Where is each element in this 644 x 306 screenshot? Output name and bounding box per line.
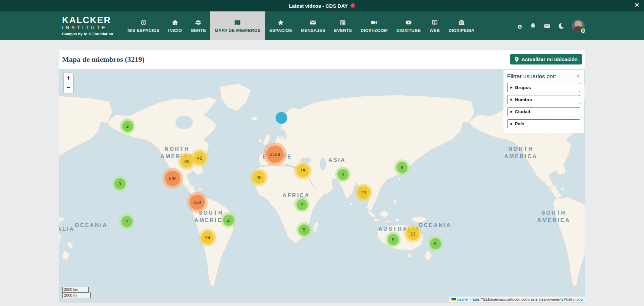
cluster-count: 159 [190, 194, 205, 210]
filter-grupos[interactable]: Grupos [507, 83, 580, 92]
filter-panel: Filtrar usuarios por: ✕ Grupos Nombre Ci… [503, 70, 584, 133]
blue-location-marker[interactable] [276, 112, 287, 124]
nav-label: INICIO [168, 28, 182, 33]
translate-icon[interactable] [516, 23, 522, 29]
map-zoom-control: + − [63, 73, 74, 93]
caret-right-icon [511, 86, 513, 89]
nav-label: WEB [429, 28, 440, 33]
leaflet-link[interactable]: Leaflet [457, 297, 468, 301]
cluster-count: 2 [122, 121, 133, 132]
cluster-count: 2 [121, 216, 132, 227]
members-map[interactable]: NORTH AMERICAEUROPEASIAAFRICASOUTH AMERI… [59, 69, 585, 302]
cluster-count: 23 [357, 186, 370, 199]
cluster-count: 94 [201, 231, 214, 244]
nav-label: DIOXIPEDIA [448, 28, 474, 33]
zoom-in-button[interactable]: + [64, 73, 73, 83]
announcement-banner: Latest videos - CDS DAY ✕ [0, 0, 644, 11]
nav-mensajes[interactable]: MENSAJES [297, 11, 330, 40]
attribution-text: | https://{s}.basemaps.cartocdn.com/rast… [470, 297, 583, 301]
cluster-marker[interactable]: 3 [112, 176, 127, 191]
cluster-count: 40 [253, 171, 265, 184]
cluster-marker[interactable]: 8 [394, 160, 410, 175]
nav-mis-espacios[interactable]: MIS ESPACIOS [123, 11, 164, 40]
envelope-icon [310, 19, 316, 26]
nav-mapa-de-miembros[interactable]: MAPA DE MIEMBROS [210, 11, 265, 40]
nav-dioxi-zoom[interactable]: DIOXI-ZOOM [356, 11, 392, 40]
cluster-count: 4 [337, 169, 348, 180]
filter-ciudad[interactable]: Ciudad [507, 107, 580, 116]
cluster-marker[interactable]: 15 [294, 162, 312, 179]
update-location-button[interactable]: Actualizar mi ubicación [510, 54, 582, 64]
zoom-out-button[interactable]: − [64, 83, 73, 93]
cluster-marker[interactable]: 42 [191, 149, 208, 167]
cluster-marker[interactable]: 40 [250, 169, 268, 186]
cluster-marker[interactable]: 562 [162, 168, 183, 189]
mail-icon[interactable] [544, 23, 550, 29]
star-icon [277, 19, 284, 26]
members-map-card: Mapa de miembros (3219) Actualizar mi ub… [59, 50, 585, 302]
map-attribution: Leaflet | https://{s}.basemaps.cartocdn.… [449, 297, 585, 302]
filter-label: Nombre [515, 97, 532, 102]
filter-pais[interactable]: País [507, 119, 580, 128]
cluster-marker[interactable]: 23 [355, 184, 372, 201]
cluster-marker[interactable]: 2 [221, 212, 236, 228]
scale-mi: 2000 mi [62, 293, 91, 298]
filter-label: País [515, 121, 524, 126]
cluster-marker[interactable]: 5 [385, 232, 401, 247]
cluster-count: 15 [297, 164, 309, 177]
nav-dioxipedia[interactable]: DIOXIPEDIA [444, 11, 479, 40]
nav-label: DIOXI-ZOOM [361, 28, 388, 33]
nav-label: MENSAJES [301, 28, 325, 33]
cluster-marker[interactable]: 159 [187, 192, 208, 213]
filter-nombre[interactable]: Nombre [507, 95, 580, 104]
bell-icon[interactable] [530, 23, 536, 29]
calendar-icon [339, 19, 346, 26]
filter-label: Grupos [515, 85, 531, 90]
nav-events[interactable]: EVENTS [330, 11, 356, 40]
banner-close-icon[interactable]: ✕ [635, 2, 639, 8]
cluster-marker[interactable]: 2139 [263, 142, 287, 166]
navbar: KALCKER INSTITUTE Campus by ALK Foundati… [0, 11, 644, 40]
cluster-marker[interactable]: 6 [428, 236, 443, 251]
page-title: Mapa de miembros (3219) [62, 55, 145, 64]
moon-icon[interactable] [558, 23, 565, 29]
nav-espacios[interactable]: ESPACIOS [265, 11, 297, 40]
cluster-count: 13 [407, 227, 419, 240]
cluster-marker[interactable]: 2 [294, 197, 310, 212]
filter-panel-close-icon[interactable]: ✕ [576, 73, 580, 79]
nav-gente[interactable]: GENTE [186, 11, 210, 40]
cluster-count: 6 [430, 238, 441, 249]
nav-web[interactable]: WEB [425, 11, 444, 40]
cluster-count: 2 [297, 199, 308, 210]
nav-inicio[interactable]: INICIO [164, 11, 186, 40]
cluster-marker[interactable]: 13 [404, 225, 422, 243]
caret-right-icon [511, 98, 513, 101]
location-pin-icon [515, 57, 519, 62]
navbar-icons [493, 11, 585, 40]
cluster-count: 8 [396, 162, 408, 173]
cluster-marker[interactable]: 94 [199, 229, 216, 246]
page: Latest videos - CDS DAY ✕ KALCKER INSTIT… [0, 0, 644, 306]
book-icon [431, 19, 438, 26]
nav-dioxitube[interactable]: DIOXITUBE [392, 11, 425, 40]
bank-icon [458, 19, 465, 26]
filter-label: Ciudad [515, 109, 530, 114]
nav-label: DIOXITUBE [396, 28, 421, 33]
cluster-marker[interactable]: 5 [296, 222, 312, 237]
cluster-count: 562 [165, 171, 180, 186]
cluster-marker[interactable]: 2 [120, 118, 135, 134]
logo-tagline: Campus by ALK Foundation [62, 32, 118, 36]
cluster-count: 3 [114, 178, 125, 189]
user-avatar[interactable] [572, 19, 585, 32]
cluster-marker[interactable]: 2 [119, 214, 135, 229]
search-icon[interactable] [501, 23, 508, 29]
caret-right-icon [511, 111, 513, 113]
cluster-count: 5 [299, 224, 310, 235]
users-icon [195, 19, 202, 26]
logo-line1: KALCKER [62, 16, 118, 25]
caret-right-icon [511, 123, 513, 125]
cluster-marker[interactable]: 4 [335, 167, 351, 182]
nav-label: MAPA DE MIEMBROS [215, 28, 261, 33]
logo[interactable]: KALCKER INSTITUTE Campus by ALK Foundati… [59, 11, 123, 40]
online-status-dot [581, 29, 585, 33]
